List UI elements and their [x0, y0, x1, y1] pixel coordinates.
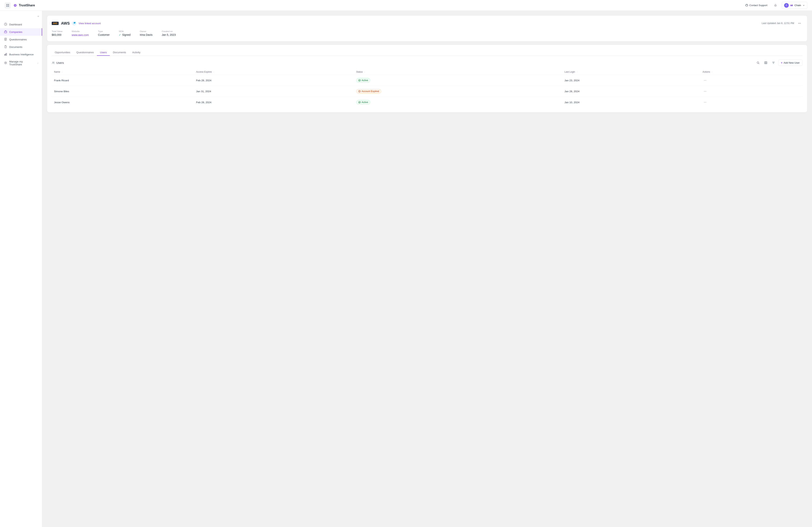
status-badge: Account Expired	[356, 89, 381, 93]
row-actions-button[interactable]	[702, 89, 708, 94]
tab-documents[interactable]: Documents	[110, 49, 129, 56]
svg-point-22	[54, 62, 54, 63]
sidebar-item-business-intelligence[interactable]: Business Intelligence	[0, 51, 42, 58]
col-status: Status ↕	[354, 69, 562, 75]
bi-icon	[4, 53, 7, 56]
row-ellipsis-icon	[704, 90, 707, 93]
svg-point-20	[800, 23, 801, 24]
sort-access-icon[interactable]: ↕	[213, 71, 214, 73]
headset-icon	[745, 4, 748, 7]
sort-actions-icon[interactable]: ↕	[711, 71, 712, 73]
check-circle-icon: ✓	[119, 33, 121, 36]
sort-status-icon[interactable]: ↕	[364, 71, 365, 73]
type-label: Type	[98, 30, 110, 32]
contact-support-button[interactable]: Contact Support	[743, 3, 769, 8]
svg-rect-5	[746, 5, 746, 6]
created-on-value: Jan 5, 2023	[162, 33, 176, 36]
svg-rect-15	[5, 54, 6, 55]
last-updated-text: Last Updated Jan 8, 12:51 PM	[762, 22, 794, 25]
svg-point-33	[705, 91, 705, 91]
manage-icon	[4, 61, 7, 65]
svg-point-30	[706, 80, 706, 80]
row-ellipsis-icon	[704, 79, 707, 82]
search-icon	[757, 61, 759, 64]
row-ellipsis-icon	[704, 101, 707, 104]
svg-point-28	[704, 80, 705, 80]
salesforce-icon	[73, 22, 75, 25]
users-icon	[52, 61, 55, 64]
more-options-button[interactable]	[796, 20, 802, 26]
sidebar-item-documents[interactable]: Documents	[0, 43, 42, 51]
grid-menu-button[interactable]	[5, 2, 11, 9]
svg-rect-12	[4, 31, 7, 33]
svg-rect-0	[6, 4, 8, 5]
svg-rect-14	[4, 54, 5, 55]
svg-point-17	[5, 62, 6, 63]
users-toolbar-right: + Add New User	[755, 60, 802, 66]
svg-point-38	[706, 102, 706, 102]
table-row: Frank Ricard Feb 28, 2024 Active Jan 23,…	[52, 75, 802, 86]
col-access-expires: Access Expires ↕	[194, 69, 354, 75]
users-section-title: Users	[52, 61, 64, 64]
view-linked-account-link[interactable]: View linked account	[78, 22, 101, 25]
svg-rect-6	[748, 5, 748, 6]
total-value-label: Total Value	[52, 30, 62, 32]
chain-account-button[interactable]: C Chain	[782, 2, 807, 9]
table-row: Jesse Owens Feb 28, 2024 Active Jan 10, …	[52, 97, 802, 108]
col-name: Name ↕	[52, 69, 194, 75]
svg-rect-7	[791, 5, 791, 6]
tab-activity[interactable]: Activity	[129, 49, 144, 56]
sidebar-item-dashboard[interactable]: Dashboard	[0, 21, 42, 28]
nda-meta: NDA ✓ Signed	[119, 30, 131, 37]
svg-rect-24	[765, 62, 765, 64]
nda-status: ✓ Signed	[119, 33, 131, 36]
dashboard-icon	[4, 23, 7, 26]
tab-questionnaires[interactable]: Questionnaires	[73, 49, 97, 56]
chevron-down-icon	[802, 4, 805, 6]
columns-button[interactable]	[763, 60, 769, 66]
type-value: Customer	[98, 33, 110, 36]
tab-opportunities[interactable]: Opportunities	[52, 49, 73, 56]
companies-icon	[4, 30, 7, 34]
questionnaires-icon	[4, 38, 7, 41]
row-actions-button[interactable]	[702, 100, 708, 105]
cell-last-login: Jan 28, 2024	[562, 86, 700, 97]
top-navigation: TrustShare Contact Support C	[0, 0, 812, 11]
cell-access-expires: Feb 28, 2024	[194, 75, 354, 86]
svg-rect-10	[793, 5, 793, 6]
search-button[interactable]	[755, 60, 761, 66]
collapse-icon: «	[37, 14, 40, 18]
sidebar-item-companies[interactable]: Companies	[0, 28, 42, 36]
sidebar-item-questionnaires[interactable]: Questionnaires	[0, 36, 42, 43]
documents-icon	[4, 45, 7, 49]
sidebar-item-manage-trustshare[interactable]: Manage my TrustShare ›	[0, 58, 42, 68]
cell-status: Active	[354, 97, 562, 108]
svg-point-19	[799, 23, 800, 24]
website-label: Website	[72, 30, 89, 32]
users-card: Opportunities Questionnaires Users Docum…	[47, 45, 807, 113]
created-on-meta: Created on Jan 5, 2023	[162, 30, 176, 37]
account-avatar: C	[784, 3, 789, 8]
main-layout: « Dashboard Compani	[0, 11, 812, 527]
row-actions-button[interactable]	[702, 78, 708, 83]
sidebar-collapse-button[interactable]: «	[0, 14, 42, 21]
sort-name-icon[interactable]: ↕	[61, 71, 62, 73]
aws-logo: aws	[52, 22, 59, 25]
filter-button[interactable]	[770, 60, 777, 66]
tab-users[interactable]: Users	[97, 49, 110, 56]
cell-name: Jesse Owens	[52, 97, 194, 108]
website-meta: Website www.aws.com	[72, 30, 89, 37]
cell-actions	[700, 75, 802, 86]
sort-login-icon[interactable]: ↕	[577, 71, 578, 73]
owner-meta: Owner Irina Davis	[140, 30, 153, 37]
svg-point-32	[704, 91, 705, 91]
cell-name: Simone Biles	[52, 86, 194, 97]
add-new-user-button[interactable]: + Add New User	[778, 60, 802, 66]
website-link[interactable]: www.aws.com	[72, 33, 89, 36]
salesforce-badge	[72, 21, 76, 25]
company-header-right: Last Updated Jan 8, 12:51 PM	[762, 20, 802, 26]
main-content: aws AWS View linked account Last Updated…	[42, 11, 812, 527]
notification-button[interactable]	[772, 2, 779, 9]
svg-rect-3	[8, 5, 9, 7]
cell-status: Account Expired	[354, 86, 562, 97]
